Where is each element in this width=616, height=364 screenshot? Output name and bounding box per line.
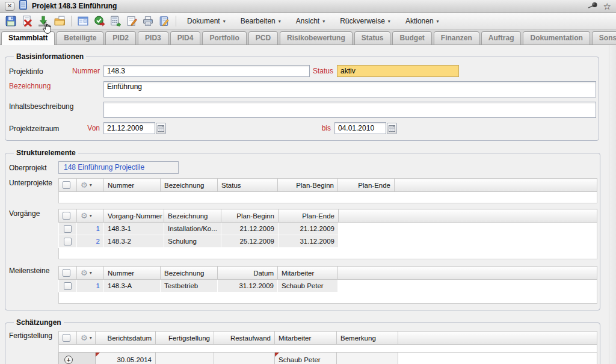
notes-icon[interactable]: [158, 15, 170, 27]
save-icon[interactable]: [5, 15, 17, 27]
column-header[interactable]: Status: [218, 179, 278, 192]
von-date-field[interactable]: [103, 122, 155, 134]
nummer-field[interactable]: [103, 65, 310, 77]
window-title: Projekt 148.3 Einführung: [32, 2, 117, 10]
restaufwand-cell[interactable]: [214, 353, 275, 364]
select-all-checkbox-cell: [59, 209, 77, 223]
tab-portfolio[interactable]: Portfolio: [202, 31, 246, 45]
column-header[interactable]: Mitarbeiter: [275, 332, 337, 345]
von-label: Von: [58, 124, 103, 132]
column-header[interactable]: Bemerkung: [337, 332, 398, 345]
edit-icon[interactable]: [126, 15, 138, 27]
import-icon[interactable]: [37, 15, 49, 27]
tab-pid4[interactable]: PID4: [170, 31, 201, 45]
favorite-icon[interactable]: ☆: [603, 2, 611, 11]
chevron-down-icon: ▾: [279, 19, 281, 24]
approve-icon[interactable]: [93, 15, 105, 27]
actions-menu-cell[interactable]: ⚙▾: [77, 209, 104, 223]
tab-beteiligte[interactable]: Beteiligte: [57, 31, 103, 45]
gear-icon: ⚙: [81, 212, 88, 220]
column-header[interactable]: Plan-Ende: [279, 209, 339, 223]
toolbar: Dokument▾ Bearbeiten▾ Ansicht▾ Rückverwe…: [0, 13, 616, 30]
mitarbeiter-cell[interactable]: Schaub Peter: [275, 353, 337, 364]
status-field[interactable]: [337, 65, 459, 77]
tab-pid3[interactable]: PID3: [138, 31, 168, 45]
tab-pid2[interactable]: PID2: [105, 31, 136, 45]
inhaltsbeschreibung-field[interactable]: [103, 102, 596, 118]
row-number-link[interactable]: 1: [96, 282, 100, 289]
column-header[interactable]: Nummer: [104, 267, 161, 280]
row-number-link[interactable]: 2: [96, 238, 100, 245]
modified-flag-icon: [96, 353, 100, 357]
calculate-icon[interactable]: [109, 15, 122, 27]
tab-status[interactable]: Status: [354, 31, 391, 45]
bezeichnung-cell: Installation/Ko...: [164, 223, 221, 235]
column-header[interactable]: Plan-Beginn: [221, 209, 279, 223]
column-header[interactable]: Vorgang-Nummer: [104, 209, 164, 223]
menu-rueckverweise[interactable]: Rückverweise▾: [334, 17, 396, 25]
tab-budget[interactable]: Budget: [392, 31, 431, 45]
calendar-icon[interactable]: [387, 123, 397, 134]
row-number-link[interactable]: 1: [96, 225, 100, 232]
actions-menu-cell[interactable]: ⚙▾: [77, 179, 104, 192]
bezeichnung-field[interactable]: Einführung: [103, 81, 596, 97]
section-title: Strukturelemente: [14, 149, 78, 157]
calendar-icon[interactable]: [156, 123, 166, 134]
document-icon: [19, 0, 28, 12]
print-icon[interactable]: [142, 15, 154, 27]
vorgang-nummer-cell: 148.3-2: [104, 235, 164, 248]
tab-dokumentation[interactable]: Dokumentation: [523, 31, 590, 45]
pin-icon[interactable]: [588, 1, 598, 11]
menu-ansicht[interactable]: Ansicht▾: [291, 17, 330, 25]
row-checkbox[interactable]: [64, 225, 72, 233]
menu-aktionen[interactable]: Aktionen▾: [400, 17, 445, 25]
tab-stammblatt[interactable]: Stammblatt: [1, 31, 55, 45]
column-header-filler: [339, 209, 597, 223]
column-header[interactable]: Fertigstellung: [156, 332, 214, 345]
projektzeitraum-label: Projektzeitraum: [9, 124, 58, 133]
bezeichnung-cell: Testbetrieb: [161, 280, 218, 292]
column-header[interactable]: Mitarbeiter: [278, 267, 338, 280]
filler-cell: [398, 353, 597, 364]
actions-menu-cell[interactable]: ⚙▾: [77, 332, 96, 345]
menu-bearbeiten[interactable]: Bearbeiten▾: [235, 17, 286, 25]
tab-sonstiges[interactable]: Sonstiges: [592, 31, 616, 45]
copy-icon[interactable]: [54, 15, 66, 27]
row-checkbox[interactable]: [64, 238, 72, 245]
column-header[interactable]: Plan-Beginn: [278, 179, 338, 192]
tab-finanzen[interactable]: Finanzen: [434, 31, 479, 45]
add-icon[interactable]: +: [64, 356, 73, 364]
select-all-checkbox[interactable]: [63, 334, 70, 342]
berichtsdatum-cell[interactable]: 30.05.2014: [96, 353, 156, 364]
tab-pcd[interactable]: PCD: [248, 31, 278, 45]
oberprojekt-link[interactable]: 148 Einführung Projectile: [58, 161, 179, 174]
details-icon[interactable]: [77, 15, 89, 27]
vorgaenge-label: Vorgänge: [9, 209, 58, 218]
column-header[interactable]: Bezeichnung: [161, 179, 218, 192]
bis-date-field[interactable]: [334, 122, 386, 134]
section-title: Basisinformationen: [14, 52, 86, 61]
select-all-checkbox[interactable]: [63, 181, 70, 189]
fertigstellung-table: ⚙▾ Berichtsdatum Fertigstellung Restaufw…: [58, 331, 597, 364]
tab-auftrag[interactable]: Auftrag: [481, 31, 522, 45]
close-window-button[interactable]: ✕: [5, 2, 14, 11]
column-header-filler: [395, 179, 597, 192]
column-header[interactable]: Bezeichnung: [161, 267, 218, 280]
row-checkbox[interactable]: [64, 282, 72, 290]
select-all-checkbox[interactable]: [63, 212, 70, 220]
column-header[interactable]: Nummer: [104, 179, 161, 192]
tab-risikobewertung[interactable]: Risikobewertung: [280, 31, 353, 45]
column-header[interactable]: Restaufwand: [214, 332, 275, 345]
column-header[interactable]: Datum: [218, 267, 278, 280]
select-all-checkbox[interactable]: [63, 269, 70, 277]
projektinfo-label: Projektinfo: [9, 67, 58, 76]
delete-icon[interactable]: [21, 15, 33, 27]
column-header[interactable]: Plan-Ende: [338, 179, 395, 192]
menu-dokument[interactable]: Dokument▾: [182, 17, 231, 25]
column-header[interactable]: Bezeichnung: [164, 209, 221, 223]
column-header[interactable]: Berichtsdatum: [96, 332, 156, 345]
fertigstellung-cell[interactable]: [156, 353, 214, 364]
bemerkung-cell[interactable]: [337, 353, 398, 364]
actions-menu-cell[interactable]: ⚙▾: [77, 267, 104, 280]
chevron-down-icon: ▾: [322, 19, 325, 24]
